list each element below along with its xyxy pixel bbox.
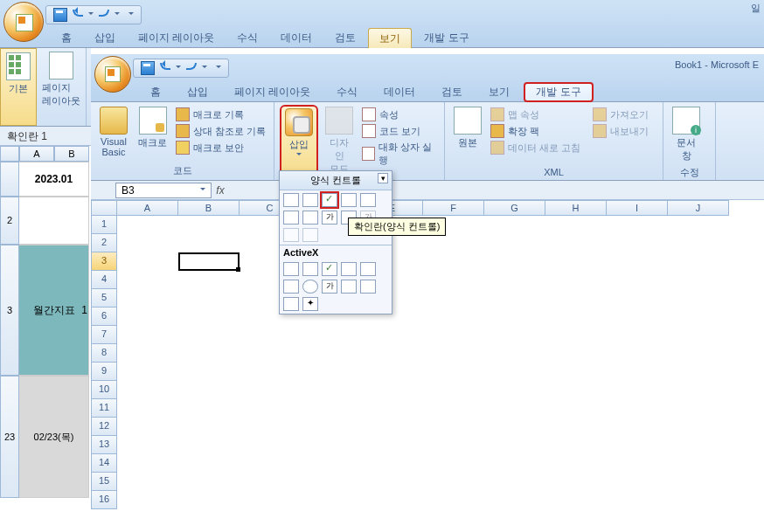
row-2[interactable]: 2 [91, 234, 117, 252]
document-panel-button[interactable]: 문서 창 [669, 105, 704, 164]
cell-weekday[interactable]: 02/23(목) [19, 376, 89, 498]
row-10[interactable]: 10 [91, 381, 117, 399]
cell-monthly[interactable]: 월간지표 1 [19, 245, 89, 376]
tab-데이터[interactable]: 데이터 [372, 82, 427, 102]
row-4[interactable]: 4 [91, 271, 117, 289]
form-more1-icon[interactable] [283, 228, 299, 242]
col-A[interactable]: A [19, 146, 54, 162]
name-box[interactable]: B3 [115, 183, 212, 198]
ax-spin-icon[interactable] [360, 280, 376, 294]
undo-icon[interactable] [73, 10, 83, 17]
outer-namebox[interactable]: 확인란 1 [0, 127, 91, 146]
row-12[interactable]: 12 [91, 418, 117, 436]
tab-검토[interactable]: 검토 [429, 82, 475, 102]
run-dialog-button[interactable]: 대화 상자 실행 [360, 140, 439, 168]
export-button[interactable]: 내보내기 [591, 123, 650, 139]
col-F[interactable]: F [423, 200, 484, 216]
redo-icon[interactable] [99, 10, 109, 17]
macro-security-button[interactable]: 매크로 보안 [174, 140, 267, 155]
form-combo-icon[interactable] [302, 193, 318, 207]
redo-icon[interactable] [186, 63, 197, 70]
tab-홈[interactable]: 홈 [138, 82, 173, 102]
popup-move-icon[interactable]: ▾ [378, 173, 388, 183]
qat-more-icon[interactable] [216, 66, 221, 71]
tab-홈[interactable]: 홈 [51, 28, 82, 48]
col-B[interactable]: B [54, 146, 89, 162]
row-9[interactable]: 9 [91, 363, 117, 381]
tab-삽입[interactable]: 삽입 [175, 82, 220, 102]
ax-text-icon[interactable] [360, 262, 376, 276]
cell-date[interactable]: 2023.01 [19, 162, 89, 197]
form-button-icon[interactable] [283, 193, 299, 207]
undo-icon[interactable] [160, 63, 170, 70]
form-more2-icon[interactable] [302, 228, 318, 242]
form-checkbox-icon[interactable] [322, 193, 337, 207]
row-13[interactable]: 13 [91, 436, 117, 454]
save-icon[interactable] [53, 8, 67, 22]
fx-button[interactable]: fx [212, 184, 229, 197]
ax-button-icon[interactable] [283, 262, 299, 276]
insert-controls-button[interactable]: 삽입 [280, 105, 318, 177]
corner[interactable] [0, 146, 19, 162]
properties-button[interactable]: 속성 [360, 107, 439, 122]
undo-drop-icon[interactable] [88, 12, 94, 17]
row-hdr-2[interactable]: 2 [0, 197, 19, 245]
row-hdr-3[interactable]: 3 [0, 245, 19, 376]
tab-페이지 레이아웃[interactable]: 페이지 레이아웃 [222, 82, 323, 102]
redo-drop-icon[interactable] [115, 12, 120, 17]
col-J[interactable]: J [668, 200, 729, 216]
form-group-icon[interactable] [302, 211, 318, 225]
row-hdr[interactable] [0, 162, 19, 197]
tab-수식[interactable]: 수식 [226, 28, 268, 48]
form-list-icon[interactable] [360, 193, 376, 207]
map-properties-button[interactable]: 맵 속성 [489, 107, 582, 122]
row-11[interactable]: 11 [91, 399, 117, 418]
record-macro-button[interactable]: 매크로 기록 [174, 107, 267, 122]
tab-검토[interactable]: 검토 [324, 28, 366, 48]
view-code-button[interactable]: 코드 보기 [360, 123, 439, 139]
qat-more-icon[interactable] [128, 12, 134, 17]
tab-데이터[interactable]: 데이터 [270, 28, 323, 48]
tab-보기[interactable]: 보기 [368, 28, 412, 48]
row-7[interactable]: 7 [91, 326, 117, 344]
col-B[interactable]: B [178, 200, 240, 216]
save-icon[interactable] [141, 61, 155, 75]
tab-보기[interactable]: 보기 [476, 82, 522, 102]
visual-basic-button[interactable]: Visual Basic [96, 105, 131, 162]
row-6[interactable]: 6 [91, 307, 117, 326]
row-hdr-23[interactable]: 23 [0, 376, 19, 498]
ax-scroll-icon[interactable] [283, 280, 299, 294]
ax-option-icon[interactable] [302, 280, 318, 294]
col-A[interactable]: A [117, 200, 178, 216]
tab-개발 도구[interactable]: 개발 도구 [524, 82, 593, 102]
select-all[interactable] [91, 200, 117, 216]
row-8[interactable]: 8 [91, 344, 117, 363]
row-1[interactable]: 1 [91, 216, 117, 234]
tab-삽입[interactable]: 삽입 [84, 28, 126, 48]
row-16[interactable]: 16 [91, 491, 117, 509]
row-3[interactable]: 3 [91, 252, 117, 271]
relative-ref-button[interactable]: 상대 참조로 기록 [174, 123, 267, 139]
ax-list-icon[interactable] [341, 262, 357, 276]
view-normal-button[interactable]: 기본 [0, 48, 37, 126]
expansion-packs-button[interactable]: 확장 팩 [489, 123, 582, 139]
ax-toggle-icon[interactable] [283, 297, 299, 311]
col-H[interactable]: H [545, 200, 607, 216]
form-spin-icon[interactable] [341, 193, 357, 207]
ax-image-icon[interactable] [341, 280, 357, 294]
cell-empty[interactable] [19, 197, 89, 245]
ax-more-icon[interactable]: ✦ [302, 297, 318, 311]
import-button[interactable]: 가져오기 [591, 107, 650, 122]
tab-페이지 레이아웃[interactable]: 페이지 레이아웃 [128, 28, 225, 48]
form-option-icon[interactable] [283, 211, 299, 225]
col-I[interactable]: I [607, 200, 668, 216]
redo-drop-icon[interactable] [202, 66, 207, 71]
namebox-drop-icon[interactable] [200, 188, 205, 193]
view-pagelayout-button[interactable]: 페이지 레이아웃 [37, 48, 87, 126]
tab-개발 도구[interactable]: 개발 도구 [413, 28, 479, 48]
refresh-data-button[interactable]: 데이터 새로 고침 [489, 140, 582, 155]
ax-label-icon[interactable]: 가 [322, 280, 337, 294]
tab-수식[interactable]: 수식 [324, 82, 370, 102]
row-5[interactable]: 5 [91, 289, 117, 307]
row-14[interactable]: 14 [91, 454, 117, 473]
